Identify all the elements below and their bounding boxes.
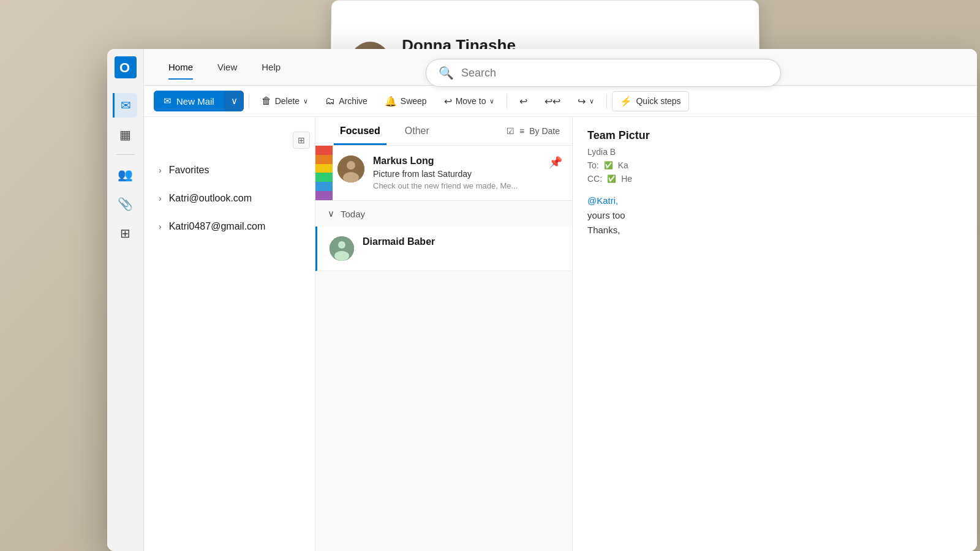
markus-mail-content: Markus Long Picture from last Saturday C… <box>373 156 540 190</box>
today-section-header[interactable]: ∨ Today <box>315 201 572 227</box>
forward-button[interactable]: ↪ ∨ <box>570 92 601 111</box>
section-collapse-icon: ∨ <box>328 208 334 219</box>
chevron-down-icon: ∨ <box>231 96 238 107</box>
archive-button[interactable]: 🗂 Archive <box>318 92 375 110</box>
folder-favorites[interactable]: › Favorites <box>144 156 315 184</box>
reply-button[interactable]: ↩ <box>512 92 535 111</box>
reading-cc: CC: ✅ He <box>587 174 962 184</box>
move-icon: ↩ <box>444 96 452 107</box>
lightning-icon: ⚡ <box>620 96 632 107</box>
ribbon-tabs: Home View Help <box>156 54 293 80</box>
nav-people-icon[interactable]: 👥 <box>113 162 138 187</box>
checkbox-icon: ☑ <box>507 126 514 136</box>
body-thanks: Thanks, <box>587 223 962 238</box>
color-strip-yellow <box>315 164 333 173</box>
color-strip-red <box>315 146 333 155</box>
tab-focused[interactable]: Focused <box>328 117 393 145</box>
color-strips <box>315 146 333 200</box>
icon-rail: O ✉ ▦ 👥 📎 ⊞ <box>107 49 144 551</box>
svg-text:O: O <box>119 60 130 75</box>
mail-item-markus-inner: Markus Long Picture from last Saturday C… <box>333 146 572 200</box>
markus-subject: Picture from last Saturday <box>373 169 540 179</box>
quick-steps-button[interactable]: ⚡ Quick steps <box>612 91 688 111</box>
tab-help[interactable]: Help <box>249 54 293 80</box>
color-strip-orange <box>315 155 333 164</box>
new-mail-button-main: ✉ New Mail <box>154 91 224 111</box>
reading-from-lydia: Lydia B <box>587 147 962 157</box>
toolbar-separator-1 <box>249 94 249 108</box>
cc-value: He <box>621 174 632 184</box>
folder-katri-outlook[interactable]: › Katri@outlook.com <box>144 184 315 212</box>
toolbar-separator-3 <box>606 94 607 108</box>
ribbon-toolbar: ✉ New Mail ∨ 🗑 Delete ∨ 🗂 Archive 🔔 Swee… <box>144 86 977 117</box>
markus-preview: Check out the new friend we made, Me... <box>373 181 540 190</box>
markus-avatar-image <box>337 156 364 182</box>
folder-panel: ⊞ › Favorites › Katri@outlook.com › Katr… <box>144 117 315 551</box>
svg-point-9 <box>334 251 349 261</box>
delete-icon: 🗑 <box>262 96 271 107</box>
quick-steps-label: Quick steps <box>636 96 680 106</box>
delete-button[interactable]: 🗑 Delete ∨ <box>254 92 315 110</box>
color-strip-purple <box>315 191 333 200</box>
nav-apps-icon[interactable]: ⊞ <box>113 221 138 246</box>
main-content: Home View Help 🔍 ✉ New Mail <box>144 49 977 551</box>
forward-icon: ↪ <box>578 96 586 107</box>
collapse-panel-button[interactable]: ⊞ <box>293 132 310 149</box>
new-mail-dropdown-arrow[interactable]: ∨ <box>224 91 244 111</box>
move-to-label: Move to <box>456 96 486 106</box>
outlook-window: O ✉ ▦ 👥 📎 ⊞ Home View Hel <box>107 49 977 551</box>
folder-katri-gmail[interactable]: › Katri0487@gmail.com <box>144 212 315 241</box>
to-label: To: <box>587 160 599 170</box>
panel-collapse-icon: ⊞ <box>298 135 305 145</box>
katri-outlook-label: Katri@outlook.com <box>169 193 252 204</box>
search-container: 🔍 <box>426 59 781 87</box>
mail-filter[interactable]: ☑ ≡ By Date <box>507 126 560 136</box>
to-value: Ka <box>618 160 628 170</box>
archive-label: Archive <box>339 96 368 106</box>
chevron-right-icon-2: › <box>159 193 162 203</box>
new-mail-button[interactable]: ✉ New Mail ∨ <box>154 91 244 111</box>
color-strip-green <box>315 173 333 182</box>
markus-sender: Markus Long <box>373 156 540 167</box>
mention-katri: @Katri, <box>587 195 618 206</box>
mail-tabs: Focused Other ☑ ≡ By Date <box>315 117 572 146</box>
sweep-icon: 🔔 <box>385 96 397 107</box>
svg-point-5 <box>347 161 355 170</box>
tab-home[interactable]: Home <box>156 54 205 80</box>
diarmaid-sender: Diarmaid Baber <box>363 236 560 247</box>
reply-all-button[interactable]: ↩↩ <box>537 92 568 111</box>
delete-label: Delete <box>275 96 300 106</box>
delete-dropdown-icon: ∨ <box>303 97 308 105</box>
diarmaid-mail-content: Diarmaid Baber <box>363 236 560 261</box>
reading-body: @Katri, yours too Thanks, <box>587 193 962 238</box>
reading-pane: Team Pictur Lydia B To: ✅ Ka CC: ✅ He @K… <box>573 117 977 551</box>
body-text: yours too <box>587 208 962 223</box>
nav-mail-icon[interactable]: ✉ <box>113 93 137 118</box>
reading-pane-title: Team Pictur <box>587 129 962 142</box>
markus-avatar <box>337 156 364 182</box>
katri-gmail-label: Katri0487@gmail.com <box>169 221 266 232</box>
mail-item-markus[interactable]: Markus Long Picture from last Saturday C… <box>315 146 572 201</box>
tab-view[interactable]: View <box>205 54 249 80</box>
color-strip-blue <box>315 182 333 191</box>
new-mail-label: New Mail <box>176 96 214 107</box>
cc-verified-icon: ✅ <box>607 174 616 183</box>
nav-calendar-icon[interactable]: ▦ <box>113 122 138 147</box>
outlook-logo: O <box>115 56 137 78</box>
nav-notes-icon[interactable]: 📎 <box>113 192 138 216</box>
sweep-button[interactable]: 🔔 Sweep <box>377 92 434 111</box>
reading-to: To: ✅ Ka <box>587 160 962 170</box>
body-area: ⊞ › Favorites › Katri@outlook.com › Katr… <box>144 117 977 551</box>
chevron-right-icon: › <box>159 165 162 175</box>
from-name: Lydia B <box>587 147 616 157</box>
tab-other[interactable]: Other <box>393 117 442 145</box>
svg-point-8 <box>338 241 345 249</box>
search-input[interactable] <box>461 67 768 80</box>
search-icon: 🔍 <box>439 66 454 80</box>
move-to-button[interactable]: ↩ Move to ∨ <box>437 92 502 111</box>
favorites-label: Favorites <box>169 165 209 176</box>
mail-item-diarmaid[interactable]: Diarmaid Baber <box>315 227 572 271</box>
sweep-label: Sweep <box>401 96 427 106</box>
nav-divider <box>116 154 135 155</box>
compose-icon: ✉ <box>164 96 172 107</box>
